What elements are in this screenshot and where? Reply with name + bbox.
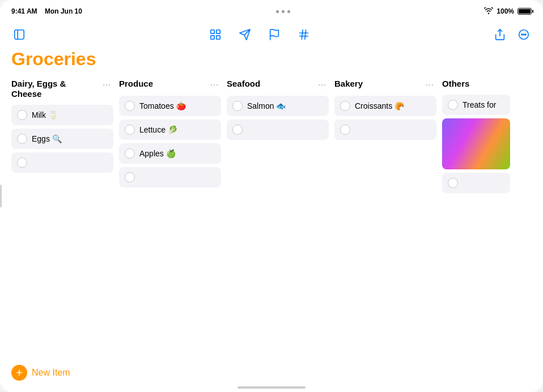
- column-menu-seafood[interactable]: ···: [316, 79, 329, 90]
- checkbox[interactable]: [17, 110, 27, 120]
- column-produce: Produce ··· Tomatoes 🍅 Lettuce 🥬 Apples …: [119, 79, 227, 197]
- list-item-empty[interactable]: [119, 167, 221, 188]
- list-item[interactable]: Salmon 🐟: [227, 96, 329, 116]
- item-text: Treats for: [463, 100, 504, 109]
- hashtag-button[interactable]: [296, 27, 312, 42]
- svg-point-14: [523, 34, 524, 35]
- dot1: [276, 10, 279, 13]
- column-title-dairy: Dairy, Eggs & Cheese: [11, 79, 96, 99]
- column-header-bakery: Bakery ···: [334, 79, 436, 90]
- checkbox[interactable]: [17, 157, 27, 168]
- list-item[interactable]: Tomatoes 🍅: [119, 96, 221, 116]
- checkbox[interactable]: [232, 125, 243, 135]
- new-item-label: New Item: [32, 368, 70, 378]
- list-item[interactable]: Apples 🍏: [119, 143, 221, 164]
- checkbox[interactable]: [340, 125, 350, 135]
- item-text: Milk 🥛: [32, 110, 108, 120]
- columns-area: Dairy, Eggs & Cheese ··· Milk 🥛 Eggs 🔍: [11, 79, 532, 197]
- item-text: Salmon 🐟: [247, 101, 323, 110]
- column-title-bakery: Bakery: [334, 79, 363, 89]
- checkbox[interactable]: [232, 101, 243, 111]
- column-seafood: Seafood ··· Salmon 🐟: [227, 79, 334, 197]
- list-item[interactable]: Eggs 🔍: [11, 129, 113, 149]
- flag-button[interactable]: [266, 27, 282, 42]
- item-text: Lettuce 🥬: [139, 125, 215, 134]
- battery-percent: 100%: [497, 7, 514, 15]
- toolbar-right: [492, 27, 532, 42]
- page-title: Groceries: [11, 49, 532, 70]
- dot3: [287, 10, 290, 13]
- svg-point-15: [525, 34, 526, 35]
- svg-point-13: [521, 34, 523, 35]
- date-display: Mon Jun 10: [45, 7, 82, 15]
- list-item[interactable]: Treats for: [442, 95, 510, 115]
- item-text: Eggs 🔍: [32, 134, 108, 143]
- svg-rect-0: [15, 30, 24, 40]
- column-menu-bakery[interactable]: ···: [423, 79, 436, 90]
- side-handle: [0, 185, 2, 207]
- item-text: Apples 🍏: [139, 149, 215, 158]
- time-display: 9:41 AM: [11, 7, 37, 15]
- others-image-inner: [442, 118, 510, 169]
- svg-rect-3: [217, 30, 220, 33]
- status-center: [276, 10, 290, 13]
- dot2: [282, 10, 285, 13]
- share-button[interactable]: [492, 27, 508, 42]
- wifi-icon: [484, 7, 493, 16]
- checkbox[interactable]: [340, 101, 350, 111]
- checkbox[interactable]: [125, 101, 135, 111]
- main-content: Groceries Dairy, Eggs & Cheese ··· Milk …: [0, 49, 543, 197]
- item-text: Tomatoes 🍅: [139, 101, 215, 110]
- column-menu-produce[interactable]: ···: [208, 79, 221, 90]
- list-item-empty[interactable]: [442, 173, 510, 193]
- svg-line-10: [305, 30, 306, 40]
- more-button[interactable]: [516, 27, 532, 42]
- column-bakery: Bakery ··· Croissants 🥐: [334, 79, 442, 197]
- column-title-seafood: Seafood: [227, 79, 260, 89]
- checkbox[interactable]: [125, 172, 135, 182]
- column-header-produce: Produce ···: [119, 79, 221, 90]
- svg-rect-4: [211, 36, 214, 39]
- device-frame: 9:41 AM Mon Jun 10 100%: [0, 0, 543, 392]
- item-text: Croissants 🥐: [355, 101, 431, 110]
- list-item[interactable]: Croissants 🥐: [334, 96, 436, 116]
- list-item[interactable]: Milk 🥛: [11, 105, 113, 125]
- list-item-empty[interactable]: [227, 120, 329, 140]
- column-title-produce: Produce: [119, 79, 153, 89]
- sidebar-toggle-button[interactable]: [11, 27, 27, 42]
- column-others: Others Treats for: [442, 79, 516, 197]
- home-indicator: [237, 386, 306, 389]
- checkbox[interactable]: [125, 125, 135, 135]
- new-item-icon: +: [11, 365, 27, 381]
- location-button[interactable]: [237, 27, 253, 42]
- svg-rect-2: [211, 30, 214, 33]
- toolbar-center: [207, 27, 312, 42]
- toolbar: [0, 20, 543, 49]
- new-item-bar[interactable]: + New Item: [11, 365, 70, 381]
- others-image: [442, 118, 510, 169]
- grid-view-button[interactable]: [207, 27, 223, 42]
- column-header-seafood: Seafood ···: [227, 79, 329, 90]
- list-item-empty[interactable]: [11, 152, 113, 173]
- list-item-empty[interactable]: [334, 120, 436, 140]
- status-bar: 9:41 AM Mon Jun 10 100%: [0, 0, 543, 20]
- column-title-others: Others: [442, 79, 469, 89]
- checkbox[interactable]: [448, 100, 458, 110]
- column-header-dairy: Dairy, Eggs & Cheese ···: [11, 79, 113, 99]
- column-dairy: Dairy, Eggs & Cheese ··· Milk 🥛 Eggs 🔍: [11, 79, 119, 197]
- list-item[interactable]: Lettuce 🥬: [119, 120, 221, 140]
- checkbox[interactable]: [17, 134, 27, 144]
- svg-line-9: [302, 30, 303, 40]
- status-right: 100%: [484, 7, 532, 16]
- checkbox[interactable]: [125, 148, 135, 159]
- status-time: 9:41 AM Mon Jun 10: [11, 7, 82, 15]
- checkbox[interactable]: [448, 178, 458, 188]
- battery-icon: [517, 8, 532, 15]
- toolbar-left: [11, 27, 27, 42]
- column-menu-dairy[interactable]: ···: [100, 79, 113, 90]
- column-header-others: Others: [442, 79, 510, 89]
- svg-rect-5: [217, 36, 220, 39]
